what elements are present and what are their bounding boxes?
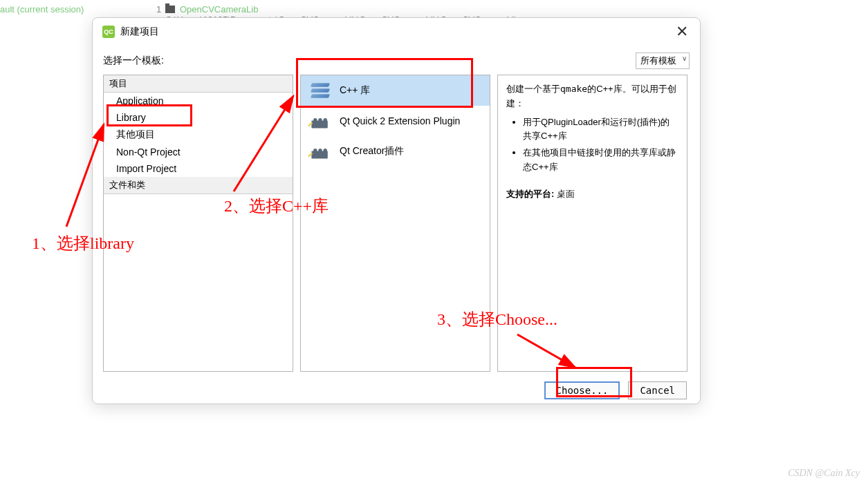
template-label: Qt Quick 2 Extension Plugin xyxy=(340,115,460,126)
template-prompt: 选择一个模板: xyxy=(103,55,164,67)
category-import[interactable]: Import Project xyxy=(104,160,293,177)
template-qtquick-plugin[interactable]: Qt Quick 2 Extension Plugin xyxy=(301,106,490,136)
svg-point-5 xyxy=(313,149,317,152)
folder-icon xyxy=(165,5,175,15)
desc-bullet: 在其他项目中链接时使用的共享库或静态C++库 xyxy=(523,146,678,175)
svg-point-2 xyxy=(318,118,322,122)
title-bar: 新建项目 ✕ xyxy=(93,18,700,46)
close-button[interactable]: ✕ xyxy=(674,23,690,40)
line-number: 1 xyxy=(156,4,161,15)
session-label: ault (current session) xyxy=(0,4,84,15)
category-library[interactable]: Library xyxy=(104,109,293,126)
template-label: C++ 库 xyxy=(340,84,370,97)
qt-creator-icon xyxy=(102,26,115,38)
lego-icon xyxy=(308,111,333,131)
template-cpp-library[interactable]: C++ 库 xyxy=(301,75,490,106)
lego-icon xyxy=(308,142,333,161)
svg-point-3 xyxy=(324,118,327,122)
category-nonqt[interactable]: Non-Qt Project xyxy=(104,144,293,160)
description-panel: 创建一个基于qmake的C++库。可以用于创建： 用于QPluginLoader… xyxy=(497,75,687,372)
stack-icon xyxy=(308,81,333,100)
category-application[interactable]: Application xyxy=(104,93,293,109)
template-label: Qt Creator插件 xyxy=(340,145,404,158)
watermark: CSDN @Cain Xcy xyxy=(788,468,860,479)
project-name[interactable]: OpenCVCameraLib xyxy=(180,4,258,15)
svg-point-1 xyxy=(313,118,317,122)
desc-bullet: 用于QPluginLoader和运行时(插件)的共享C++库 xyxy=(523,115,678,144)
desc-intro: 创建一个基于qmake的C++库。可以用于创建： xyxy=(506,82,678,111)
category-other[interactable]: 其他项目 xyxy=(104,126,293,144)
category-header-project: 项目 xyxy=(104,75,293,93)
platform-line: 支持的平台: 桌面 xyxy=(506,187,678,202)
choose-button[interactable]: Choose... xyxy=(544,381,620,399)
template-qtcreator-plugin[interactable]: Qt Creator插件 xyxy=(301,136,490,167)
svg-point-6 xyxy=(318,149,322,152)
filter-dropdown[interactable]: 所有模板 xyxy=(636,53,690,69)
svg-point-7 xyxy=(324,149,327,152)
category-panel: 项目 Application Library 其他项目 Non-Qt Proje… xyxy=(103,75,293,372)
dialog-title: 新建项目 xyxy=(120,26,159,38)
category-header-files: 文件和类 xyxy=(104,177,293,194)
desc-bullets: 用于QPluginLoader和运行时(插件)的共享C++库 在其他项目中链接时… xyxy=(506,115,678,175)
new-project-dialog: 新建项目 ✕ 选择一个模板: 所有模板 项目 Application Libra… xyxy=(92,17,701,404)
cancel-button[interactable]: Cancel xyxy=(628,381,687,399)
template-panel: C++ 库 Qt Quick 2 Extension Plugin Qt Cre… xyxy=(300,75,490,372)
